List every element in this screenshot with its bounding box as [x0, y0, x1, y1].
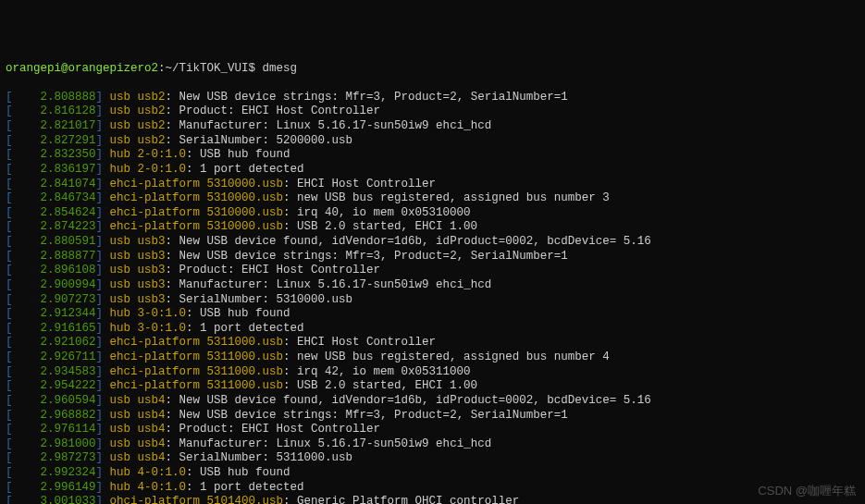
command-input[interactable]: dmesg [263, 62, 298, 75]
dmesg-line: [ 3.001033] ohci-platform 5101400.usb: G… [6, 495, 859, 504]
message: SerialNumber: 5310000.usb [179, 293, 353, 306]
timestamp: 2.992324 [13, 466, 96, 479]
bracket-close: ] [96, 134, 110, 147]
device-name: hub 4-0:1.0 [110, 466, 187, 479]
bracket-close: ] [96, 191, 110, 204]
separator: : [166, 264, 179, 277]
device-name: usb usb3 [110, 250, 166, 263]
bracket-close: ] [96, 409, 110, 422]
device-name: hub 4-0:1.0 [110, 481, 187, 494]
dmesg-line: [ 2.841074] ehci-platform 5310000.usb: E… [6, 178, 859, 192]
message: new USB bus registered, assigned bus num… [297, 191, 610, 204]
separator: : [283, 220, 297, 233]
message: EHCI Host Controller [297, 336, 436, 349]
bracket-open: [ [6, 322, 13, 335]
dmesg-line: [ 2.846734] ehci-platform 5310000.usb: n… [6, 191, 859, 206]
bracket-open: [ [6, 178, 13, 191]
timestamp: 2.912344 [13, 307, 96, 320]
device-name: usb usb3 [110, 264, 166, 277]
device-name: ehci-platform 5310000.usb [110, 220, 284, 233]
dmesg-line: [ 2.981000] usb usb4: Manufacturer: Linu… [6, 437, 859, 452]
separator: : [166, 235, 179, 248]
separator: : [283, 191, 297, 204]
separator: : [166, 293, 179, 306]
message: 1 port detected [200, 481, 304, 494]
message: Manufacturer: Linux 5.16.17-sun50iw9 ehc… [179, 119, 492, 132]
message: 1 port detected [200, 163, 304, 176]
device-name: usb usb4 [110, 451, 166, 464]
bracket-close: ] [96, 307, 110, 320]
timestamp: 2.934583 [13, 365, 96, 378]
separator: : [186, 466, 200, 479]
bracket-close: ] [96, 163, 110, 176]
bracket-open: [ [6, 91, 13, 104]
dmesg-output: [ 2.808888] usb usb2: New USB device str… [6, 91, 859, 504]
message: New USB device found, idVendor=1d6b, idP… [179, 235, 651, 248]
separator: : [166, 91, 179, 104]
message: Manufacturer: Linux 5.16.17-sun50iw9 ehc… [179, 278, 492, 291]
timestamp: 2.900994 [13, 278, 96, 291]
bracket-open: [ [6, 293, 13, 306]
prompt-dollar: $ [249, 62, 263, 75]
bracket-open: [ [6, 350, 13, 363]
dmesg-line: [ 2.926711] ehci-platform 5311000.usb: n… [6, 350, 859, 365]
timestamp: 2.896108 [13, 264, 96, 277]
message: Product: EHCI Host Controller [179, 423, 381, 436]
separator: : [283, 495, 297, 504]
timestamp: 2.981000 [13, 437, 96, 450]
timestamp: 2.880591 [13, 235, 96, 248]
timestamp: 3.001033 [13, 495, 96, 504]
message: SerialNumber: 5311000.usb [179, 451, 353, 464]
message: USB hub found [200, 466, 290, 479]
message: Generic Platform OHCI controller [297, 495, 519, 504]
device-name: hub 3-0:1.0 [110, 307, 187, 320]
device-name: ehci-platform 5311000.usb [110, 350, 284, 363]
bracket-open: [ [6, 336, 13, 349]
dmesg-line: [ 2.832350] hub 2-0:1.0: USB hub found [6, 148, 859, 163]
timestamp: 2.816128 [13, 104, 96, 117]
separator: : [186, 481, 200, 494]
bracket-close: ] [96, 322, 110, 335]
message: Product: EHCI Host Controller [179, 104, 381, 117]
bracket-open: [ [6, 235, 13, 248]
bracket-open: [ [6, 437, 13, 450]
bracket-close: ] [96, 466, 110, 479]
device-name: hub 2-0:1.0 [110, 148, 187, 161]
bracket-open: [ [6, 220, 13, 233]
separator: : [186, 163, 200, 176]
device-name: usb usb3 [110, 278, 166, 291]
separator: : [166, 134, 179, 147]
bracket-close: ] [96, 394, 110, 407]
bracket-close: ] [96, 250, 110, 263]
device-name: hub 3-0:1.0 [110, 322, 187, 335]
bracket-close: ] [96, 220, 110, 233]
separator: : [283, 365, 297, 378]
message: irq 40, io mem 0x05310000 [297, 206, 471, 219]
separator: : [283, 336, 297, 349]
prompt-user: orangepi@orangepizero2 [6, 62, 158, 75]
dmesg-line: [ 2.996149] hub 4-0:1.0: 1 port detected [6, 481, 859, 496]
timestamp: 2.846734 [13, 191, 96, 204]
bracket-open: [ [6, 451, 13, 464]
bracket-close: ] [96, 365, 110, 378]
device-name: usb usb2 [110, 134, 166, 147]
separator: : [166, 278, 179, 291]
separator: : [166, 250, 179, 263]
dmesg-line: [ 2.854624] ehci-platform 5310000.usb: i… [6, 206, 859, 221]
message: 1 port detected [200, 322, 304, 335]
message: irq 42, io mem 0x05311000 [297, 365, 471, 378]
device-name: usb usb4 [110, 437, 166, 450]
message: USB hub found [200, 307, 290, 320]
device-name: ohci-platform 5101400.usb [110, 495, 284, 504]
dmesg-line: [ 2.987273] usb usb4: SerialNumber: 5311… [6, 451, 859, 466]
dmesg-line: [ 2.921062] ehci-platform 5311000.usb: E… [6, 336, 859, 350]
device-name: hub 2-0:1.0 [110, 163, 187, 176]
separator: : [166, 437, 179, 450]
dmesg-line: [ 2.836197] hub 2-0:1.0: 1 port detected [6, 163, 859, 178]
device-name: usb usb2 [110, 91, 166, 104]
dmesg-line: [ 2.912344] hub 3-0:1.0: USB hub found [6, 307, 859, 322]
message: Manufacturer: Linux 5.16.17-sun50iw9 ehc… [179, 437, 492, 450]
message: USB 2.0 started, EHCI 1.00 [297, 220, 477, 233]
bracket-close: ] [96, 495, 110, 504]
shell-prompt[interactable]: orangepi@orangepizero2:~/TikTOK_VUI$ dme… [6, 62, 859, 77]
